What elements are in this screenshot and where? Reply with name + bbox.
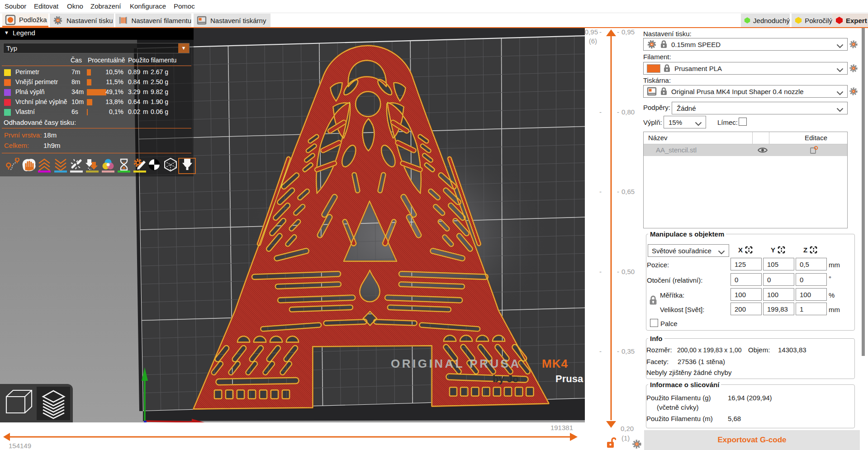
svg-text:-: -	[599, 108, 602, 116]
svg-text:-: -	[617, 347, 619, 355]
svg-text:0,35: 0,35	[621, 347, 635, 355]
svg-text:-: -	[599, 28, 602, 36]
svg-text:154149: 154149	[9, 442, 31, 450]
svg-text:191381: 191381	[550, 424, 573, 431]
svg-text:0,65: 0,65	[621, 188, 635, 195]
svg-text:0,20: 0,20	[621, 425, 634, 432]
svg-text:MK4: MK4	[542, 357, 568, 370]
svg-text:-: -	[617, 188, 619, 195]
svg-text:(6): (6)	[589, 37, 597, 45]
svg-text:-: -	[617, 268, 619, 275]
svg-text:0,95: 0,95	[585, 28, 598, 36]
svg-text:-: -	[617, 28, 619, 36]
svg-text:-: -	[599, 188, 602, 195]
svg-text:by Jo: by Jo	[493, 373, 518, 384]
svg-text:-: -	[617, 108, 619, 116]
svg-text:-: -	[599, 268, 602, 275]
svg-text:(1): (1)	[621, 434, 630, 442]
svg-text:0,50: 0,50	[621, 268, 635, 275]
svg-text:0,95: 0,95	[621, 28, 635, 36]
svg-text:-: -	[599, 347, 602, 355]
svg-text:0,80: 0,80	[621, 108, 635, 116]
svg-text:ORIGINAL PRUSA: ORIGINAL PRUSA	[391, 357, 521, 370]
